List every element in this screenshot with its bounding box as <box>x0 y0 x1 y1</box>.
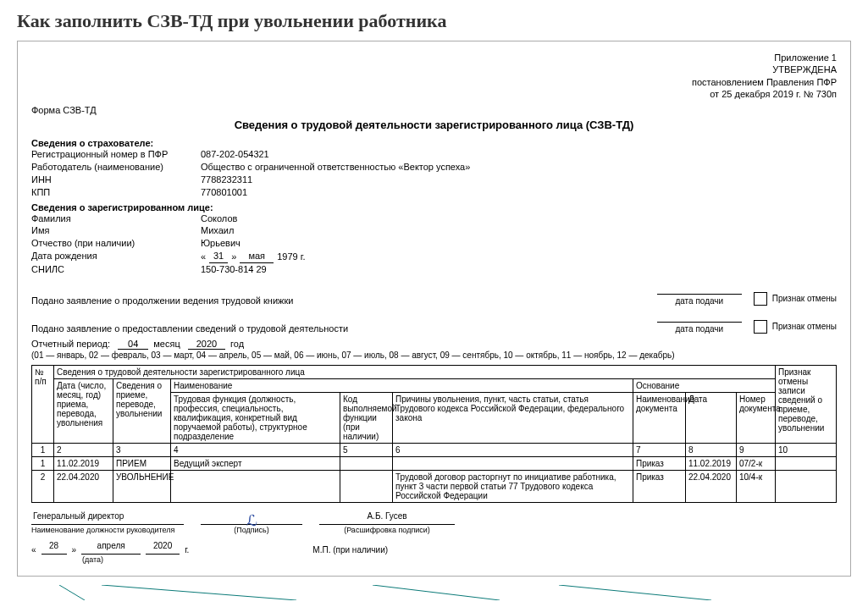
report-year-label: год <box>230 339 244 349</box>
sig-position-under: Наименование должности руководителя <box>31 526 174 534</box>
form-title: Сведения о трудовой деятельности зарегис… <box>31 119 837 131</box>
report-period: Отчетный период: 04 месяц 2020 год <box>31 339 837 350</box>
report-month-value: 04 <box>118 339 148 350</box>
cell-docname: Приказ <box>633 470 685 502</box>
cell-reason <box>393 456 633 470</box>
report-month-label: месяц <box>153 339 180 349</box>
sig-g: г. <box>185 545 189 555</box>
signature-block: Генеральный директор Наименование должно… <box>31 511 837 564</box>
form-code: Форма СЗВ-ТД <box>31 105 837 115</box>
approval-block: Приложение 1 УТВЕРЖДЕНА постановлением П… <box>31 52 837 100</box>
surname-label: Фамилия <box>31 212 201 225</box>
svg-line-1 <box>102 585 296 600</box>
page-title: Как заполнить СЗВ-ТД при увольнении рабо… <box>0 0 868 41</box>
sig-month: апреля <box>81 541 141 555</box>
hdr-date: Дата (число, месяц, год) приема, перевод… <box>54 378 113 443</box>
hdr-name: Наименование <box>171 378 633 392</box>
cell-code <box>340 470 393 502</box>
hdr-code: Код выполняемой функции (при наличии) <box>340 392 393 443</box>
sig-date-under: (дата) <box>82 555 837 564</box>
app2-cancel-checkbox[interactable] <box>754 320 767 334</box>
dob-day: 31 <box>209 250 228 263</box>
hdr-docname: Наименование документа <box>633 392 685 443</box>
inn-value: 7788232311 <box>201 174 252 186</box>
table-row: 2 22.04.2020 УВОЛЬНЕНИЕ Трудовой договор… <box>32 470 837 502</box>
cell-docdate: 11.02.2019 <box>685 456 736 470</box>
cell-date: 22.04.2020 <box>54 470 113 502</box>
cell-docdate: 22.04.2020 <box>685 470 736 502</box>
reg-value: 087-202-054321 <box>201 148 269 161</box>
colnum-2: 2 <box>54 443 113 456</box>
dob-label: Дата рождения <box>31 250 201 263</box>
dob-year: 1979 г. <box>277 251 305 263</box>
snils-label: СНИЛС <box>31 263 201 276</box>
sig-day: 28 <box>41 541 67 555</box>
app1-date-label: дата подачи <box>675 296 723 306</box>
cell-func <box>171 470 340 502</box>
colnum-9: 9 <box>736 443 775 456</box>
dob-value: «31» мая 1979 г. <box>201 250 306 263</box>
cell-cancel <box>776 470 837 502</box>
cell-reason: Трудовой договор расторгнут по инициатив… <box>393 470 633 502</box>
app1-date-field <box>657 283 742 295</box>
surname-value: Соколов <box>201 212 237 225</box>
sig-decode-under: (Расшифровка подписи) <box>344 526 430 534</box>
svg-line-2 <box>373 585 500 600</box>
app1-cancel-checkbox[interactable] <box>754 292 767 306</box>
hdr-docnum: Номер документа <box>736 392 775 443</box>
colnum-4: 4 <box>171 443 340 456</box>
sig-sign-under: (Подпись) <box>234 526 269 534</box>
appendix-line: Приложение 1 <box>31 52 837 63</box>
name-value: Михаил <box>201 224 234 237</box>
hdr-event: Сведения о приеме, переводе, увольнении <box>113 378 171 443</box>
patronymic-label: Отчество (при наличии) <box>31 237 201 250</box>
form-document: Приложение 1 УТВЕРЖДЕНА постановлением П… <box>17 41 851 577</box>
cell-docnum: 10/4-к <box>736 470 775 502</box>
cell-func: Ведущий эксперт <box>171 456 340 470</box>
application1-text: Подано заявление о продолжении ведения т… <box>31 295 310 306</box>
kpp-value: 770801001 <box>201 186 247 199</box>
app2-cancel-label: Признак отмены <box>772 322 837 331</box>
approved-line: УТВЕРЖДЕНА <box>31 63 837 75</box>
table-column-numbers: 1 2 3 4 5 6 7 8 9 10 <box>32 443 837 456</box>
sig-signature: ℒ <box>201 511 302 525</box>
hdr-docdate: Дата <box>685 392 736 443</box>
snils-value: 150-730-814 29 <box>201 263 267 276</box>
app2-date-field <box>657 311 742 323</box>
patronymic-value: Юрьевич <box>201 237 240 250</box>
cell-np: 2 <box>32 470 54 502</box>
colnum-8: 8 <box>685 443 736 456</box>
name-label: Имя <box>31 224 201 237</box>
cell-cancel <box>776 456 837 470</box>
cell-date: 11.02.2019 <box>54 456 113 470</box>
colnum-1: 1 <box>32 443 54 456</box>
colnum-6: 6 <box>393 443 633 456</box>
section-insurer: Сведения о страхователе: <box>31 138 837 148</box>
hdr-group: Сведения о трудовой деятельности зарегис… <box>54 365 776 378</box>
hdr-np: № п/п <box>32 365 54 443</box>
cell-docnum: 07/2-к <box>736 456 775 470</box>
cell-code <box>340 456 393 470</box>
app1-cancel-label: Признак отмены <box>772 294 837 303</box>
app2-date-label: дата подачи <box>675 324 723 334</box>
cell-event: ПРИЕМ <box>113 456 171 470</box>
annotations-row: Номер записи Когда будете заполнять СВЗ-… <box>0 600 868 607</box>
hdr-func: Трудовая функция (должность, профессия, … <box>171 392 340 443</box>
report-year-value: 2020 <box>188 339 225 350</box>
hdr-reason: Причины увольнения, пункт, часть статьи,… <box>393 392 633 443</box>
cell-docname: Приказ <box>633 456 685 470</box>
months-legend: (01 — январь, 02 — февраль, 03 — март, 0… <box>31 350 837 360</box>
hdr-basis: Основание <box>633 378 775 392</box>
colnum-3: 3 <box>113 443 171 456</box>
section-person: Сведения о зарегистрированном лице: <box>31 202 837 212</box>
employer-value: Общество с ограниченной ответственностью… <box>201 161 470 174</box>
report-period-label: Отчетный период: <box>31 339 110 349</box>
cell-np: 1 <box>32 456 54 470</box>
table-row: 1 11.02.2019 ПРИЕМ Ведущий эксперт Прика… <box>32 456 837 470</box>
sig-mp: М.П. (при наличии) <box>312 545 388 555</box>
colnum-5: 5 <box>340 443 393 456</box>
sig-year: 2020 <box>146 541 180 555</box>
cell-event: УВОЛЬНЕНИЕ <box>113 470 171 502</box>
activity-table: № п/п Сведения о трудовой деятельности з… <box>31 365 837 503</box>
sig-decode: А.Б. Гусев <box>319 511 455 525</box>
